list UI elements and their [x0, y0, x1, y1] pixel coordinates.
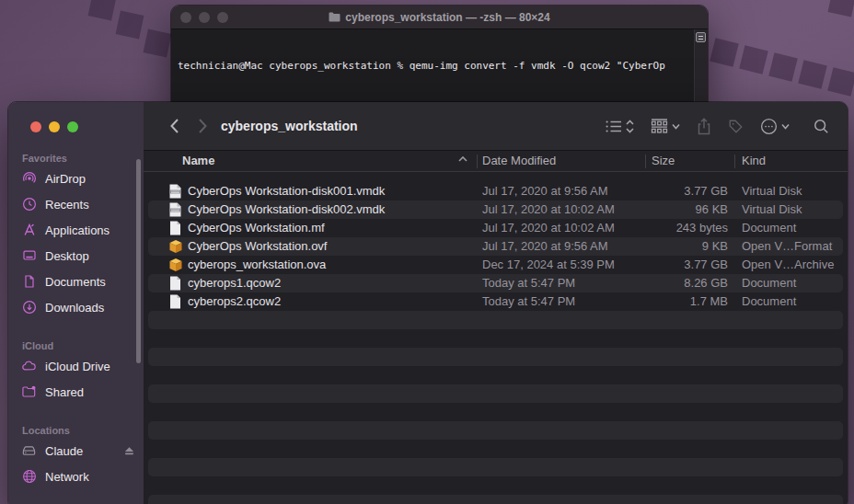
sidebar-section-icloud: iCloud iCloud Drive Shared	[8, 337, 144, 405]
minimize-button[interactable]	[49, 121, 60, 132]
wallpaper-shape	[768, 52, 798, 82]
back-button[interactable]	[169, 118, 179, 134]
file-kind: Open V…Format	[742, 239, 832, 253]
sidebar-item-icloud-drive[interactable]: iCloud Drive	[8, 353, 144, 379]
share-button[interactable]	[697, 118, 711, 135]
sidebar-item-recents[interactable]: Recents	[8, 191, 144, 217]
sidebar-item-documents[interactable]: Documents	[8, 269, 144, 294]
file-row[interactable]: cyberops2.qcow2 Today at 5:47 PM 1.7 MB …	[144, 292, 848, 311]
column-header-kind[interactable]: Kind	[742, 154, 766, 167]
terminal-window-title: cyberops_workstation — -zsh — 80×24	[171, 11, 708, 24]
column-header-date[interactable]: Date Modified	[482, 154, 556, 167]
file-size: 1.7 MB	[640, 294, 728, 308]
split-pane-icon[interactable]	[696, 32, 706, 42]
terminal-line: technician@Mac cyberops_workstation % qe…	[178, 60, 689, 74]
file-name: CyberOps Workstation-disk002.vmdk	[188, 202, 385, 216]
sidebar-item-label: AirDrop	[45, 172, 86, 186]
empty-row	[144, 311, 848, 329]
file-date: Dec 17, 2024 at 5:39 PM	[482, 258, 615, 271]
sidebar-item-label: Recents	[45, 198, 89, 212]
file-name: cyberops2.qcow2	[188, 294, 281, 308]
sidebar-item-label: Documents	[45, 275, 106, 289]
file-size: 3.77 GB	[640, 258, 728, 271]
sidebar-item-label: Claude	[45, 444, 83, 458]
more-options-control[interactable]	[760, 118, 790, 135]
sidebar-item-label: Desktop	[45, 249, 89, 263]
file-date: Jul 17, 2020 at 10:02 AM	[482, 221, 615, 235]
terminal-title-text: cyberops_workstation — -zsh — 80×24	[345, 11, 549, 24]
file-kind: Virtual Disk	[742, 202, 802, 216]
sidebar-item-airdrop[interactable]: AirDrop	[8, 166, 144, 191]
folder-icon	[329, 12, 340, 22]
sidebar-item-label: Shared	[45, 385, 84, 399]
list-view-icon	[606, 120, 622, 133]
zoom-button[interactable]	[67, 121, 78, 132]
file-name: cyberops_workstation.ova	[188, 258, 326, 271]
sidebar-scrollbar[interactable]	[136, 159, 141, 363]
file-name: CyberOps Workstation.ovf	[188, 239, 327, 253]
file-list: CyberOps Workstation-disk001.vmdk Jul 17…	[144, 172, 848, 504]
more-ellipsis-icon	[760, 118, 778, 135]
file-size: 3.77 GB	[640, 184, 728, 198]
desktop-icon	[21, 248, 37, 264]
toolbar-controls	[606, 118, 848, 135]
file-kind: Open V…Archive	[742, 258, 834, 271]
wallpaper-shape	[827, 67, 854, 97]
wallpaper-shape	[798, 60, 827, 89]
sidebar-item-applications[interactable]: Applications	[8, 217, 144, 243]
sidebar-item-label: iCloud Drive	[45, 360, 110, 373]
file-date: Today at 5:47 PM	[482, 294, 575, 308]
empty-row	[144, 440, 848, 458]
hard-drive-icon	[21, 443, 37, 459]
empty-row	[144, 384, 848, 403]
file-row[interactable]: cyberops1.qcow2 Today at 5:47 PM 8.26 GB…	[144, 274, 848, 292]
globe-icon	[21, 469, 37, 485]
finder-toolbar: cyberops_workstation	[144, 102, 848, 151]
column-header-size[interactable]: Size	[652, 154, 675, 167]
search-button[interactable]	[814, 119, 829, 134]
sidebar-item-network[interactable]: Network	[8, 464, 144, 489]
column-divider[interactable]	[645, 155, 646, 168]
column-header-name[interactable]: Name	[182, 154, 214, 167]
chevron-up-down-icon	[626, 120, 634, 133]
eject-icon[interactable]	[123, 445, 135, 456]
downloads-icon	[21, 300, 37, 315]
wallpaper-shape	[739, 45, 768, 74]
sidebar-item-label: Applications	[45, 223, 110, 237]
terminal-scrollbar[interactable]	[694, 29, 708, 108]
group-by-control[interactable]	[651, 119, 680, 133]
empty-row	[144, 403, 848, 421]
file-date: Today at 5:47 PM	[482, 276, 575, 290]
wallpaper-shape	[828, 0, 854, 17]
tag-icon[interactable]	[728, 119, 744, 134]
column-divider[interactable]	[477, 155, 478, 168]
sidebar-item-desktop[interactable]: Desktop	[8, 243, 144, 269]
file-row[interactable]: CyberOps Workstation.ovf Jul 17, 2020 at…	[144, 237, 848, 256]
column-divider[interactable]	[734, 155, 735, 168]
terminal-window[interactable]: cyberops_workstation — -zsh — 80×24 tech…	[170, 5, 709, 108]
empty-row	[144, 348, 848, 366]
file-row[interactable]: cyberops_workstation.ova Dec 17, 2024 at…	[144, 256, 848, 274]
terminal-content[interactable]: technician@Mac cyberops_workstation % qe…	[171, 29, 708, 108]
wallpaper-shape	[88, 0, 117, 20]
sidebar-item-downloads[interactable]: Downloads	[8, 294, 144, 320]
forward-button[interactable]	[198, 118, 208, 134]
file-row[interactable]: CyberOps Workstation-disk001.vmdk Jul 17…	[144, 182, 848, 200]
file-row[interactable]: CyberOps Workstation.mf Jul 17, 2020 at …	[144, 219, 848, 237]
file-row[interactable]: CyberOps Workstation-disk002.vmdk Jul 17…	[144, 200, 848, 219]
file-size: 96 KB	[640, 202, 728, 216]
sidebar-item-shared[interactable]: Shared	[8, 379, 144, 405]
applications-icon	[21, 223, 37, 238]
list-header: Name Date Modified Size Kind	[144, 151, 848, 172]
file-name: cyberops1.qcow2	[188, 276, 281, 290]
file-name: CyberOps Workstation.mf	[188, 221, 325, 235]
empty-row	[144, 476, 848, 495]
sidebar-item-claude[interactable]: Claude	[8, 438, 144, 464]
group-icon	[651, 119, 668, 133]
empty-row	[144, 366, 848, 384]
view-mode-control[interactable]	[606, 120, 634, 133]
terminal-titlebar[interactable]: cyberops_workstation — -zsh — 80×24	[171, 6, 708, 29]
finder-window[interactable]: Favorites AirDrop Recents	[7, 101, 848, 504]
document-icon	[168, 294, 183, 309]
close-button[interactable]	[30, 121, 41, 132]
